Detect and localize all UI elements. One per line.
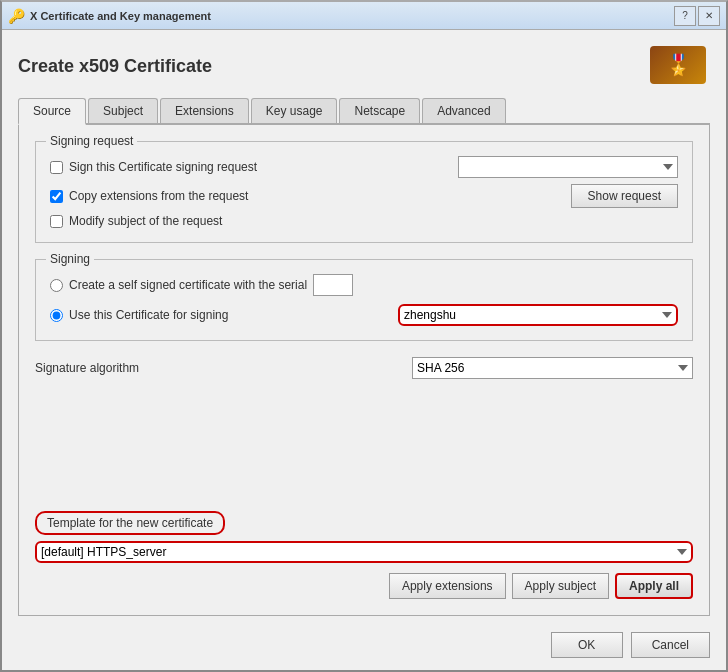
tab-bar: Source Subject Extensions Key usage Nets…	[18, 98, 710, 125]
use-cert-dropdown-wrapper: zhengshu	[398, 304, 678, 326]
modify-subject-row: Modify subject of the request	[50, 214, 678, 228]
self-signed-label: Create a self signed certificate with th…	[69, 278, 307, 292]
signing-request-title: Signing request	[46, 134, 137, 148]
use-cert-label: Use this Certificate for signing	[69, 308, 228, 322]
main-window: 🔑 X Certificate and Key management ? ✕ C…	[0, 0, 728, 672]
signing-self-row: Create a self signed certificate with th…	[50, 274, 678, 296]
cert-logo-icon: 🎖️	[650, 46, 706, 84]
dialog-title: Create x509 Certificate	[18, 56, 212, 77]
template-dropdown[interactable]: [default] HTTPS_server	[35, 541, 693, 563]
signing-request-row2: Copy extensions from the request Show re…	[50, 184, 678, 208]
tab-advanced[interactable]: Advanced	[422, 98, 505, 123]
cert-logo: 🎖️	[650, 46, 710, 86]
window-title: X Certificate and Key management	[30, 10, 674, 22]
sign-csr-checkbox[interactable]	[50, 161, 63, 174]
cancel-button[interactable]: Cancel	[631, 632, 710, 658]
sig-algo-label: Signature algorithm	[35, 361, 139, 375]
copy-extensions-checkbox-row: Copy extensions from the request	[50, 189, 248, 203]
help-button[interactable]: ?	[674, 6, 696, 26]
use-cert-dropdown[interactable]: zhengshu	[398, 304, 678, 326]
close-button[interactable]: ✕	[698, 6, 720, 26]
copy-extensions-label: Copy extensions from the request	[69, 189, 248, 203]
tab-subject[interactable]: Subject	[88, 98, 158, 123]
template-label-wrapper: Template for the new certificate	[35, 511, 225, 535]
template-section: Template for the new certificate [defaul…	[35, 511, 693, 599]
tab-extensions[interactable]: Extensions	[160, 98, 249, 123]
title-bar: 🔑 X Certificate and Key management ? ✕	[2, 2, 726, 30]
sign-csr-checkbox-row: Sign this Certificate signing request	[50, 160, 257, 174]
tab-panel: Signing request Sign this Certificate si…	[18, 125, 710, 616]
tab-key-usage[interactable]: Key usage	[251, 98, 338, 123]
serial-input[interactable]	[313, 274, 353, 296]
title-bar-buttons: ? ✕	[674, 6, 720, 26]
sign-csr-dropdown[interactable]	[458, 156, 678, 178]
signing-request-content: Sign this Certificate signing request	[50, 156, 678, 228]
tab-netscape[interactable]: Netscape	[339, 98, 420, 123]
tab-source[interactable]: Source	[18, 98, 86, 125]
signing-title: Signing	[46, 252, 94, 266]
template-row: [default] HTTPS_server	[35, 541, 693, 563]
action-buttons-row: Apply extensions Apply subject Apply all	[35, 573, 693, 599]
dialog-title-row: Create x509 Certificate 🎖️	[18, 46, 710, 86]
footer-buttons: OK Cancel	[2, 624, 726, 670]
template-label: Template for the new certificate	[47, 516, 213, 530]
use-cert-radio[interactable]	[50, 309, 63, 322]
signing-group: Signing Create a self signed certificate…	[35, 259, 693, 341]
sig-algo-row: Signature algorithm SHA 256	[35, 357, 693, 379]
sign-csr-label: Sign this Certificate signing request	[69, 160, 257, 174]
self-signed-radio[interactable]	[50, 279, 63, 292]
show-request-button[interactable]: Show request	[571, 184, 678, 208]
apply-extensions-button[interactable]: Apply extensions	[389, 573, 506, 599]
signing-use-cert-row: Use this Certificate for signing zhengsh…	[50, 304, 678, 326]
modify-subject-label: Modify subject of the request	[69, 214, 222, 228]
sig-algo-dropdown[interactable]: SHA 256	[412, 357, 693, 379]
signing-request-group: Signing request Sign this Certificate si…	[35, 141, 693, 243]
modify-subject-checkbox[interactable]	[50, 215, 63, 228]
show-request-right: Show request	[571, 184, 678, 208]
apply-subject-button[interactable]: Apply subject	[512, 573, 609, 599]
ok-button[interactable]: OK	[551, 632, 623, 658]
content-area: Create x509 Certificate 🎖️ Source Subjec…	[2, 30, 726, 624]
signing-content: Create a self signed certificate with th…	[50, 274, 678, 326]
window-icon: 🔑	[8, 8, 24, 24]
signing-request-row1: Sign this Certificate signing request	[50, 156, 678, 178]
copy-extensions-checkbox[interactable]	[50, 190, 63, 203]
apply-all-button[interactable]: Apply all	[615, 573, 693, 599]
sign-csr-right	[458, 156, 678, 178]
